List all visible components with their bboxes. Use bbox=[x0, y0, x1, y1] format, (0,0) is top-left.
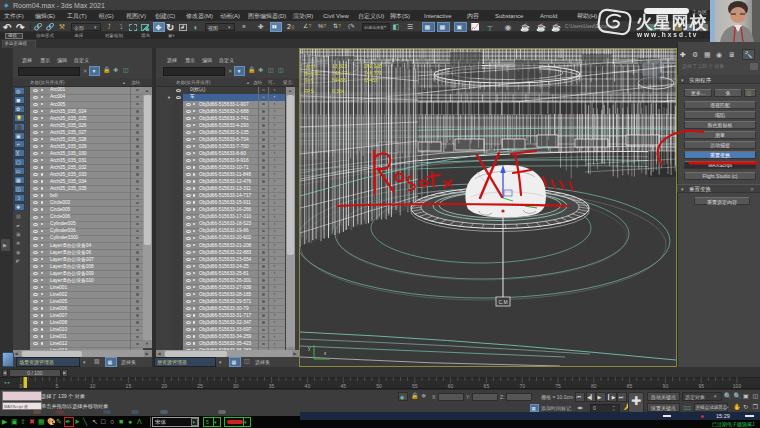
svg-text:FPS:: FPS: bbox=[304, 88, 315, 94]
svg-text:火星网校: 火星网校 bbox=[636, 13, 707, 32]
svg-text:60: 60 bbox=[448, 383, 454, 389]
svg-text:9.364: 9.364 bbox=[332, 88, 345, 94]
svg-text:15: 15 bbox=[126, 383, 132, 389]
svg-text:13,321: 13,321 bbox=[332, 63, 348, 69]
svg-text:95: 95 bbox=[698, 383, 704, 389]
svg-text:80: 80 bbox=[591, 383, 597, 389]
svg-text:100: 100 bbox=[733, 383, 742, 389]
svg-text:25: 25 bbox=[197, 383, 203, 389]
svg-text:65: 65 bbox=[484, 383, 490, 389]
svg-text:5: 5 bbox=[55, 383, 58, 389]
svg-text:75: 75 bbox=[555, 383, 561, 389]
svg-text:45: 45 bbox=[340, 383, 346, 389]
svg-text:64483: 64483 bbox=[332, 77, 346, 83]
svg-text:85: 85 bbox=[627, 383, 633, 389]
svg-text:10: 10 bbox=[90, 383, 96, 389]
svg-text:748,771: 748,771 bbox=[332, 70, 350, 76]
svg-text:65483: 65483 bbox=[364, 77, 378, 83]
svg-text:顶点:: 顶点: bbox=[304, 77, 315, 83]
svg-text:55: 55 bbox=[412, 383, 418, 389]
svg-text:20: 20 bbox=[161, 383, 167, 389]
svg-text:40: 40 bbox=[305, 383, 311, 389]
svg-text:C.M: C.M bbox=[499, 299, 508, 305]
svg-text:30: 30 bbox=[233, 383, 239, 389]
svg-text:0: 0 bbox=[20, 383, 23, 389]
svg-text:70: 70 bbox=[519, 383, 525, 389]
svg-text:35: 35 bbox=[269, 383, 275, 389]
svg-text:292,225: 292,225 bbox=[364, 63, 382, 69]
svg-text:www.hxsd.tv: www.hxsd.tv bbox=[636, 31, 699, 38]
svg-text:50: 50 bbox=[376, 383, 382, 389]
svg-text:90: 90 bbox=[663, 383, 669, 389]
svg-text:748,771: 748,771 bbox=[364, 70, 382, 76]
svg-text:总计: 总计 bbox=[306, 63, 316, 69]
svg-text:多边形:: 多边形: bbox=[304, 70, 320, 76]
